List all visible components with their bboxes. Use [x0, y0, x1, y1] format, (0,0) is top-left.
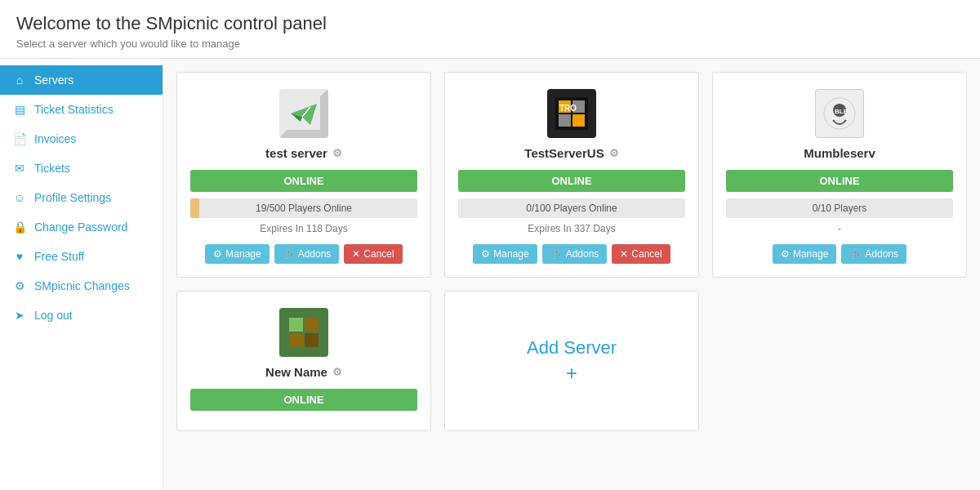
server-settings-icon-3[interactable]: ⚙	[332, 366, 342, 378]
minecraft-svg	[287, 316, 320, 349]
user-icon: ☺	[11, 191, 28, 204]
addons-icon-1: 🔗	[550, 248, 563, 260]
addons-button-2[interactable]: 🔗 Addons	[841, 244, 906, 264]
server-name-0: test server ⚙	[265, 146, 342, 160]
server-icon-2: BLE	[815, 89, 864, 138]
addons-button-1[interactable]: 🔗 Addons	[542, 244, 608, 264]
home-icon: ⌂	[11, 74, 28, 87]
sidebar-item-profile-settings[interactable]: ☺ Profile Settings	[0, 183, 163, 212]
manage-button-0[interactable]: ⚙ Manage	[205, 244, 269, 264]
server-players-1: 0/100 Players Online	[458, 198, 685, 218]
svg-rect-14	[289, 318, 303, 332]
mumble-svg: BLE	[823, 97, 856, 130]
server-buttons-1: ⚙ Manage 🔗 Addons ✕ Cancel	[473, 244, 670, 264]
sidebar: ⌂ Servers ▤ Ticket Statistics 📄 Invoices…	[0, 59, 163, 490]
sidebar-item-smpicnic-changes[interactable]: ⚙ SMpicnic Changes	[0, 271, 163, 301]
addons-icon-2: 🔗	[849, 248, 862, 260]
paper-plane-svg	[287, 97, 320, 130]
server-settings-icon-1[interactable]: ⚙	[609, 147, 619, 159]
gear-btn-icon-2: ⚙	[781, 248, 790, 260]
add-server-plus-icon: +	[566, 362, 577, 385]
gear-btn-icon-1: ⚙	[481, 248, 490, 260]
server-card-0: test server ⚙ ONLINE 19/500 Players Onli…	[176, 72, 431, 278]
server-icon-1: TRO	[547, 89, 596, 138]
server-buttons-0: ⚙ Manage 🔗 Addons ✕ Cancel	[205, 244, 402, 264]
svg-rect-17	[305, 333, 318, 347]
server-buttons-2: ⚙ Manage 🔗 Addons	[773, 244, 906, 264]
server-name-2: Mumbleserv	[804, 146, 875, 160]
server-expires-1: Expires In 337 Days	[528, 223, 615, 234]
page-title: Welcome to the SMpicnic control panel	[16, 13, 964, 34]
page-wrapper: Welcome to the SMpicnic control panel Se…	[0, 0, 980, 490]
addons-icon-0: 🔗	[283, 248, 295, 260]
server-grid: test server ⚙ ONLINE 19/500 Players Onli…	[176, 72, 967, 431]
add-server-label: Add Server	[527, 337, 617, 359]
sidebar-item-invoices[interactable]: 📄 Invoices	[0, 124, 163, 154]
sidebar-item-servers[interactable]: ⌂ Servers	[0, 65, 163, 95]
main-content: test server ⚙ ONLINE 19/500 Players Onli…	[163, 59, 980, 490]
page-subtitle: Select a server which you would like to …	[16, 38, 964, 50]
chart-icon: ▤	[11, 103, 28, 116]
gear-btn-icon-0: ⚙	[213, 248, 222, 260]
players-text-2: 0/10 Players	[813, 203, 867, 214]
cancel-button-0[interactable]: ✕ Cancel	[344, 244, 402, 264]
server-status-0: ONLINE	[190, 170, 417, 192]
file-icon: 📄	[11, 132, 28, 145]
envelope-icon: ✉	[11, 162, 28, 175]
sidebar-item-change-password[interactable]: 🔒 Change Password	[0, 212, 163, 242]
svg-text:BLE: BLE	[835, 108, 849, 115]
server-card-1: TRO TestServerUS ⚙ ONLINE 0/100 Players …	[444, 72, 699, 278]
server-expires-2: -	[838, 223, 841, 234]
svg-rect-8	[572, 114, 585, 127]
server-card-2: BLE Mumbleserv ONLINE 0/10 Players -	[712, 72, 967, 278]
sidebar-item-log-out[interactable]: ➤ Log out	[0, 301, 163, 330]
server-expires-0: Expires In 118 Days	[260, 223, 347, 234]
server-status-3: ONLINE	[190, 389, 417, 411]
svg-rect-7	[559, 114, 571, 127]
players-fill-0	[190, 198, 199, 218]
server-icon-3	[279, 308, 328, 357]
tro-svg: TRO	[555, 97, 588, 130]
add-server-card[interactable]: Add Server +	[444, 291, 699, 431]
players-text-0: 19/500 Players Online	[256, 203, 352, 214]
server-card-3: New Name ⚙ ONLINE	[176, 291, 431, 431]
sidebar-item-free-stuff[interactable]: ♥ Free Stuff	[0, 242, 163, 271]
server-settings-icon-0[interactable]: ⚙	[332, 147, 342, 159]
sidebar-item-ticket-statistics[interactable]: ▤ Ticket Statistics	[0, 95, 163, 124]
svg-text:TRO: TRO	[559, 104, 577, 113]
server-status-1: ONLINE	[458, 170, 685, 192]
cancel-button-1[interactable]: ✕ Cancel	[612, 244, 670, 264]
content-area: ⌂ Servers ▤ Ticket Statistics 📄 Invoices…	[0, 59, 980, 490]
server-name-1: TestServerUS ⚙	[524, 146, 618, 160]
cancel-icon-1: ✕	[620, 248, 628, 260]
server-players-0: 19/500 Players Online	[190, 198, 417, 218]
server-icon-0	[279, 89, 328, 138]
header: Welcome to the SMpicnic control panel Se…	[0, 0, 980, 59]
svg-rect-16	[289, 333, 303, 347]
sidebar-item-tickets[interactable]: ✉ Tickets	[0, 154, 163, 183]
gear-icon: ⚙	[11, 279, 28, 292]
server-status-2: ONLINE	[726, 170, 953, 192]
cancel-icon-0: ✕	[352, 248, 360, 260]
manage-button-2[interactable]: ⚙ Manage	[773, 244, 836, 264]
svg-rect-15	[305, 318, 318, 332]
lock-icon: 🔒	[11, 220, 28, 234]
manage-button-1[interactable]: ⚙ Manage	[473, 244, 537, 264]
players-text-1: 0/100 Players Online	[526, 203, 617, 214]
server-name-3: New Name ⚙	[265, 365, 342, 379]
signout-icon: ➤	[11, 309, 28, 322]
addons-button-0[interactable]: 🔗 Addons	[274, 244, 340, 264]
heart-icon: ♥	[11, 250, 28, 263]
server-players-2: 0/10 Players	[726, 198, 953, 218]
